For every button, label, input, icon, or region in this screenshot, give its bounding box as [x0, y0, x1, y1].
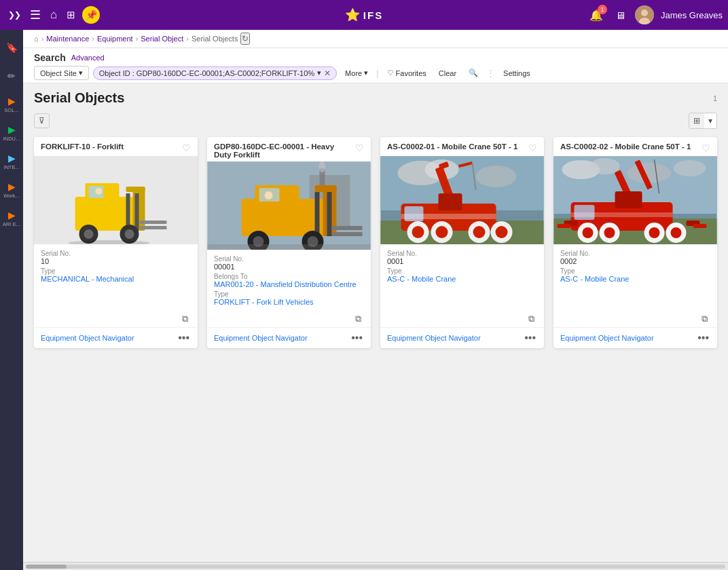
- object-id-chip[interactable]: Object ID : GDP80-160DC-EC-00001;AS-C000…: [93, 66, 337, 80]
- menu-button[interactable]: ☰: [27, 5, 43, 25]
- toolbar-right: ⊞ ▾: [689, 113, 717, 129]
- card-2-type-value[interactable]: FORKLIFT - Fork Lift Vehicles: [214, 298, 364, 306]
- card-4-more-btn[interactable]: •••: [696, 332, 710, 344]
- search-title-row: Search Advanced: [34, 52, 717, 63]
- filter-funnel-btn[interactable]: ⊽: [34, 113, 50, 128]
- breadcrumb-sep-0: ›: [41, 35, 44, 43]
- advanced-search-link[interactable]: Advanced: [71, 54, 105, 62]
- content-area: ⌂ › Maintenance › Equipment › Serial Obj…: [23, 30, 728, 570]
- notification-bell[interactable]: 🔔 1: [587, 6, 606, 24]
- clear-btn[interactable]: Clear: [435, 67, 460, 79]
- more-filter-btn[interactable]: More ▾: [341, 66, 372, 79]
- card-4-nav-btn[interactable]: Equipment Object Navigator: [560, 332, 654, 343]
- ifs-logo-text: IFS: [363, 10, 383, 21]
- card-4-title: AS-C0002-02 - Mobile Crane 50T - 1: [560, 142, 699, 151]
- card-4-type-value[interactable]: AS-C - Mobile Crane: [560, 275, 710, 283]
- svg-point-17: [96, 188, 103, 195]
- card-3-more-btn[interactable]: •••: [523, 332, 537, 344]
- card-3-screen-btn[interactable]: ⧉: [528, 314, 534, 324]
- card-2-belongs-value[interactable]: MAR001-20 - Mansfield Distribution Centr…: [214, 280, 364, 288]
- breadcrumb-equipment[interactable]: Equipment: [97, 35, 133, 43]
- bottom-scrollbar[interactable]: [23, 562, 728, 570]
- monitor-button[interactable]: 🖥: [613, 7, 628, 24]
- card-1-type-value[interactable]: MECHANICAL - Mechanical: [41, 275, 191, 283]
- scroll-thumb[interactable]: [26, 565, 67, 569]
- card-1-serial-label: Serial No.: [41, 250, 191, 257]
- card-3-nav-btn[interactable]: Equipment Object Navigator: [387, 332, 481, 343]
- breadcrumb-serial-object[interactable]: Serial Object: [141, 35, 183, 43]
- card-2-belongs-field: Belongs To MAR001-20 - Mansfield Distrib…: [214, 273, 364, 288]
- card-2-more-btn[interactable]: •••: [350, 332, 364, 344]
- card-2-screen-btn[interactable]: ⧉: [355, 314, 361, 324]
- expand-nav-button[interactable]: ❯❯: [5, 7, 23, 22]
- object-site-label: Object Site: [40, 69, 77, 77]
- card-2-serial-value: 00001: [214, 263, 364, 271]
- svg-point-80: [604, 227, 615, 238]
- svg-rect-8: [135, 193, 139, 231]
- card-4-type-field: Type AS-C - Mobile Crane: [560, 267, 710, 283]
- sidebar-item-indu[interactable]: ▶ INDU...: [1, 119, 22, 147]
- view-toggle: ⊞ ▾: [689, 113, 717, 129]
- pin-icon: 📌: [82, 6, 100, 24]
- svg-point-43: [476, 166, 517, 187]
- bell-badge: 1: [598, 5, 607, 14]
- svg-rect-27: [315, 192, 320, 236]
- card-1-serial-field: Serial No. 10: [41, 250, 191, 265]
- sidebar-sol-label: SOL...: [4, 108, 18, 113]
- object-site-filter[interactable]: Object Site ▾: [34, 66, 89, 80]
- card-4-footer: Equipment Object Navigator •••: [553, 327, 717, 348]
- sidebar-item-edit[interactable]: ✏: [1, 62, 22, 90]
- top-nav-bar: ❯❯ ☰ ⌂ ⊞ 📌 ⭐ IFS 🔔 1 🖥 James Greaves: [0, 0, 728, 30]
- breadcrumb-refresh-button[interactable]: ↻: [240, 33, 250, 45]
- sidebar-item-inte[interactable]: ▶ INTE...: [1, 148, 22, 175]
- object-site-chevron: ▾: [79, 69, 83, 77]
- card-2-nav-btn[interactable]: Equipment Object Navigator: [214, 332, 308, 343]
- card-4-serial-value: 0002: [560, 257, 710, 265]
- card-2-type-field: Type FORKLIFT - Fork Lift Vehicles: [214, 290, 364, 306]
- card-1-fav-btn[interactable]: ♡: [179, 142, 191, 153]
- card-2-title: GDP80-160DC-EC-00001 - Heavy Duty Forkli…: [214, 142, 352, 159]
- svg-point-56: [473, 226, 486, 238]
- card-3-type-label: Type: [387, 267, 537, 275]
- search-icon-btn[interactable]: 🔍: [465, 66, 482, 79]
- card-1-nav-btn[interactable]: Equipment Object Navigator: [41, 332, 134, 343]
- svg-point-66: [674, 160, 706, 176]
- pagination-info: 1: [713, 94, 717, 102]
- card-4-screen-btn[interactable]: ⧉: [702, 314, 708, 324]
- card-3-fav-btn[interactable]: ♡: [526, 142, 537, 153]
- chip-close-icon[interactable]: ✕: [324, 69, 331, 78]
- card-2-fav-btn[interactable]: ♡: [352, 142, 364, 153]
- svg-point-64: [590, 158, 620, 174]
- settings-btn[interactable]: Settings: [499, 67, 534, 79]
- card-4-body: Serial No. 0002 Type AS-C - Mobile Crane: [553, 244, 717, 314]
- card-1-type-label: Type: [41, 267, 191, 275]
- card-2-serial-field: Serial No. 00001: [214, 255, 364, 271]
- home-button[interactable]: ⌂: [48, 5, 60, 24]
- sidebar-item-sol[interactable]: ▶ SOL...: [1, 91, 22, 118]
- grid-view-btn[interactable]: ⊞: [689, 113, 704, 128]
- user-name-label: James Greaves: [661, 10, 723, 20]
- heart-icon: ♡: [387, 69, 394, 77]
- svg-rect-38: [208, 244, 371, 250]
- toolbar: ⊽ ⊞ ▾: [23, 110, 728, 132]
- favorites-btn[interactable]: ♡ Favorites: [383, 66, 431, 79]
- search-bar: Search Advanced Object Site ▾ Object ID …: [23, 48, 728, 83]
- card-1-screen-btn[interactable]: ⧉: [182, 314, 188, 324]
- card-3-serial-field: Serial No. 0001: [387, 250, 537, 265]
- card-3-type-value[interactable]: AS-C - Mobile Crane: [387, 275, 537, 283]
- apps-grid-button[interactable]: ⊞: [64, 6, 78, 24]
- view-chevron-btn[interactable]: ▾: [704, 113, 716, 128]
- scroll-track: [26, 565, 725, 569]
- sidebar-item-arie[interactable]: ▶ ARI E...: [1, 205, 22, 232]
- filter-sep-2: ⋮: [486, 68, 495, 78]
- sidebar-item-bookmark[interactable]: 🔖: [1, 34, 22, 61]
- sidebar: 🔖 ✏ ▶ SOL... ▶ INDU... ▶ INTE... ▶ Work.…: [0, 30, 23, 570]
- arrow-sol-icon: ▶: [8, 96, 16, 107]
- card-3-header: AS-C0002-01 - Mobile Crane 50T - 1 ♡: [380, 137, 544, 156]
- sidebar-item-work[interactable]: ▶ Work...: [1, 176, 22, 204]
- chip-label: Object ID : GDP80-160DC-EC-00001;AS-C000…: [99, 69, 314, 77]
- card-1-more-btn[interactable]: •••: [177, 332, 191, 344]
- card-4-fav-btn[interactable]: ♡: [699, 142, 710, 153]
- breadcrumb-sep-1: ›: [92, 35, 94, 43]
- breadcrumb-maintenance[interactable]: Maintenance: [46, 35, 89, 43]
